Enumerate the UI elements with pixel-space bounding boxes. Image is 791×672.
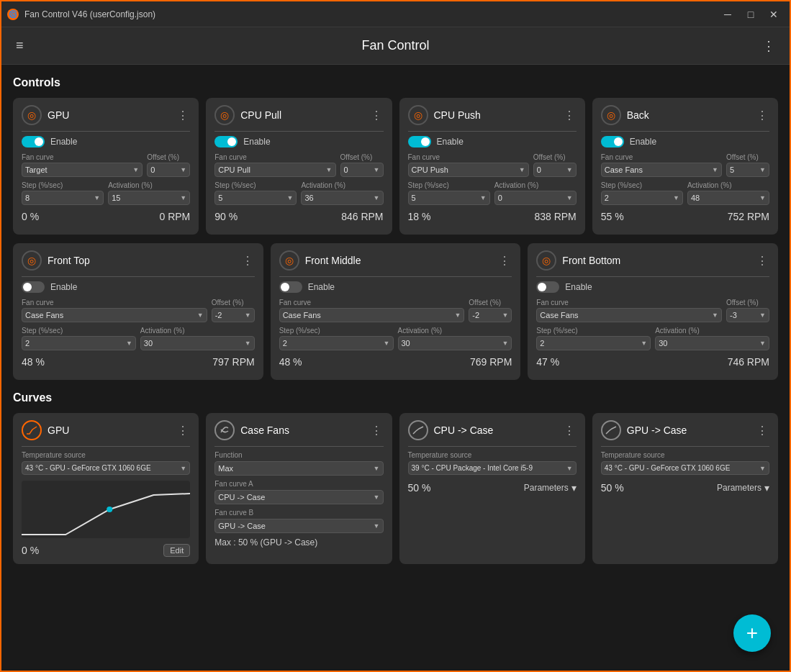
control-card-3: ◎ Back ⋮ Enable Fan curve Case Fans▼ Off bbox=[592, 98, 778, 235]
card-more-2[interactable]: ⋮ bbox=[562, 107, 577, 124]
offset-select-4[interactable]: -2▼ bbox=[212, 308, 255, 322]
status-pct-0: 0 % bbox=[22, 211, 39, 222]
controls-section-header: Controls bbox=[13, 76, 778, 89]
status-rpm-4: 797 RPM bbox=[212, 356, 254, 368]
card-divider-2 bbox=[408, 131, 577, 132]
temp-source-select-2[interactable]: 39 °C - CPU Package - Intel Core i5-9▼ bbox=[408, 461, 577, 475]
minimize-button[interactable]: ─ bbox=[718, 6, 738, 23]
fan-curve-b-select-1[interactable]: GPU -> Case▼ bbox=[214, 519, 383, 533]
close-button[interactable]: ✕ bbox=[764, 6, 784, 23]
svg-point-0 bbox=[107, 507, 112, 512]
step-select-2[interactable]: 5▼ bbox=[408, 191, 490, 205]
fan-curve-select-3[interactable]: Case Fans▼ bbox=[601, 163, 722, 177]
fan-curve-select-1[interactable]: CPU Pull▼ bbox=[214, 163, 335, 177]
fan-curve-select-4[interactable]: Case Fans▼ bbox=[22, 308, 207, 322]
step-select-0[interactable]: 8▼ bbox=[22, 191, 104, 205]
card-divider-3 bbox=[601, 131, 769, 132]
activation-select-5[interactable]: 30▼ bbox=[398, 336, 512, 350]
params-button-3[interactable]: Parameters ▾ bbox=[717, 482, 769, 494]
card-more-3[interactable]: ⋮ bbox=[755, 107, 769, 124]
activation-select-4[interactable]: 30▼ bbox=[140, 336, 255, 350]
function-select-1[interactable]: Max▼ bbox=[214, 461, 383, 476]
titlebar: 🌀 Fan Control V46 (userConfig.json) ─ □ … bbox=[1, 1, 790, 27]
activation-select-6[interactable]: 30▼ bbox=[655, 336, 769, 350]
toggle-5[interactable] bbox=[279, 281, 302, 293]
temp-source-select-0[interactable]: 43 °C - GPU - GeForce GTX 1060 6GE▼ bbox=[22, 461, 190, 475]
step-select-3[interactable]: 2▼ bbox=[601, 191, 683, 205]
fan-curve-a-select-1[interactable]: CPU -> Case▼ bbox=[214, 490, 383, 504]
temp-source-select-3[interactable]: 43 °C - GPU - GeForce GTX 1060 6GE▼ bbox=[601, 461, 769, 475]
fan-curve-select-5[interactable]: Case Fans▼ bbox=[279, 308, 465, 322]
curve-more-3[interactable]: ⋮ bbox=[755, 422, 769, 439]
card-more-6[interactable]: ⋮ bbox=[755, 253, 769, 269]
card-icon-2: ◎ bbox=[408, 105, 428, 125]
status-rpm-1: 846 RPM bbox=[341, 211, 383, 222]
titlebar-controls: ─ □ ✕ bbox=[718, 6, 784, 23]
curves-section-header: Curves bbox=[13, 391, 778, 404]
fan-curve-select-6[interactable]: Case Fans▼ bbox=[536, 308, 722, 322]
card-more-4[interactable]: ⋮ bbox=[240, 253, 255, 269]
toggle-6[interactable] bbox=[536, 281, 559, 293]
step-select-1[interactable]: 5▼ bbox=[214, 191, 297, 205]
titlebar-title: Fan Control V46 (userConfig.json) bbox=[24, 9, 155, 19]
card-more-5[interactable]: ⋮ bbox=[497, 253, 512, 269]
status-pct-6: 47 % bbox=[536, 356, 559, 368]
card-divider-6 bbox=[536, 276, 769, 277]
hamburger-button[interactable]: ≡ bbox=[13, 35, 27, 56]
toggle-2[interactable] bbox=[408, 136, 431, 147]
add-fab-button[interactable]: + bbox=[733, 614, 771, 652]
toggle-label-2: Enable bbox=[437, 137, 464, 147]
status-rpm-0: 0 RPM bbox=[159, 211, 190, 222]
appbar-more-button[interactable]: ⋮ bbox=[759, 35, 778, 57]
maximize-button[interactable]: □ bbox=[741, 6, 761, 23]
fan-curve-select-2[interactable]: CPU Push▼ bbox=[408, 163, 529, 177]
toggle-4[interactable] bbox=[22, 281, 45, 293]
curve-more-2[interactable]: ⋮ bbox=[562, 422, 577, 439]
offset-select-5[interactable]: -2▼ bbox=[469, 308, 512, 322]
offset-select-1[interactable]: 0▼ bbox=[340, 163, 384, 177]
status-rpm-5: 769 RPM bbox=[470, 356, 512, 368]
status-rpm-6: 746 RPM bbox=[728, 356, 769, 368]
toggle-label-5: Enable bbox=[308, 282, 335, 292]
edit-button-0[interactable]: Edit bbox=[163, 544, 190, 557]
params-button-2[interactable]: Parameters ▾ bbox=[524, 482, 577, 494]
card-divider-1 bbox=[214, 131, 383, 132]
offset-select-6[interactable]: -3▼ bbox=[726, 308, 769, 322]
offset-select-2[interactable]: 0▼ bbox=[533, 163, 577, 177]
curve-pct-3: 50 % bbox=[601, 482, 624, 494]
activation-select-0[interactable]: 15▼ bbox=[108, 191, 190, 205]
toggle-3[interactable] bbox=[601, 136, 624, 147]
curve-pct-0: 0 % bbox=[22, 545, 39, 556]
toggle-1[interactable] bbox=[214, 136, 238, 147]
offset-select-3[interactable]: 5▼ bbox=[726, 163, 769, 177]
curve-pct-2: 50 % bbox=[408, 482, 431, 494]
status-rpm-2: 838 RPM bbox=[534, 211, 576, 222]
step-select-4[interactable]: 2▼ bbox=[22, 336, 136, 350]
status-pct-5: 48 % bbox=[279, 356, 302, 368]
card-title-5: Front Middle bbox=[305, 255, 361, 266]
toggle-label-6: Enable bbox=[565, 282, 592, 292]
card-more-1[interactable]: ⋮ bbox=[369, 107, 384, 124]
main-content: Controls ◎ GPU ⋮ Enable Fan curve Target… bbox=[1, 65, 790, 672]
control-card-6: ◎ Front Bottom ⋮ Enable Fan curve Case F… bbox=[528, 243, 778, 380]
step-select-6[interactable]: 2▼ bbox=[536, 336, 651, 350]
step-select-5[interactable]: 2▼ bbox=[279, 336, 394, 350]
card-header-5: ◎ Front Middle ⋮ bbox=[279, 250, 512, 271]
activation-select-2[interactable]: 0▼ bbox=[494, 191, 577, 205]
card-more-0[interactable]: ⋮ bbox=[176, 107, 190, 124]
activation-select-3[interactable]: 48▼ bbox=[687, 191, 769, 205]
card-divider-4 bbox=[22, 276, 255, 277]
curve-more-0[interactable]: ⋮ bbox=[176, 422, 190, 439]
card-icon-6: ◎ bbox=[536, 250, 556, 271]
curve-more-1[interactable]: ⋮ bbox=[369, 422, 384, 439]
app-title: Fan Control bbox=[361, 38, 429, 53]
fan-curve-select-0[interactable]: Target▼ bbox=[22, 163, 143, 177]
max-info-1: Max : 50 % (GPU -> Case) bbox=[214, 537, 383, 548]
card-icon-1: ◎ bbox=[214, 105, 235, 125]
status-pct-1: 90 % bbox=[214, 211, 238, 222]
curve-icon-1 bbox=[214, 420, 235, 440]
activation-select-1[interactable]: 36▼ bbox=[301, 191, 383, 205]
offset-select-0[interactable]: 0▼ bbox=[147, 163, 190, 177]
control-card-5: ◎ Front Middle ⋮ Enable Fan curve Case F… bbox=[271, 243, 521, 380]
toggle-0[interactable] bbox=[22, 136, 45, 147]
